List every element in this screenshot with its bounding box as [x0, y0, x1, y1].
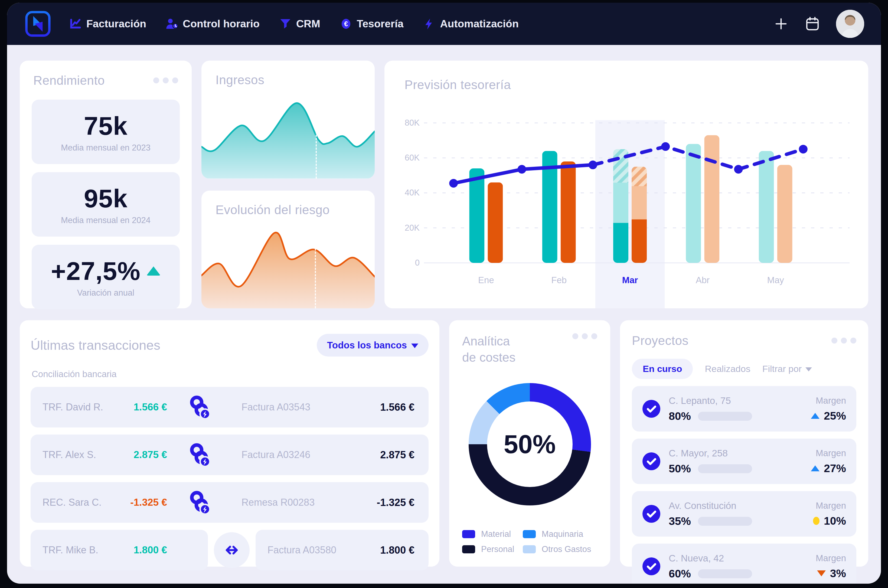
link-bolt-icon: [186, 441, 213, 468]
stat-tile: 95k Media mensual en 2024: [32, 172, 180, 237]
card-riesgo: Evolución del riesgo: [201, 190, 375, 309]
riesgo-title: Evolución del riesgo: [216, 202, 330, 217]
nav-item-label: Facturación: [86, 18, 146, 30]
stat-value: 95k: [84, 184, 128, 213]
transaction-name: TRF. Alex S.: [31, 449, 111, 460]
transaction-doc-amount: 2.875 €: [335, 449, 429, 461]
nav-item-facturacion[interactable]: Facturación: [69, 18, 146, 30]
transaction-amount: 1.566 €: [111, 402, 167, 413]
legend-item-maquinaria: Maquinaria: [523, 529, 597, 539]
match-button[interactable]: [214, 532, 250, 568]
legend-swatch: [462, 530, 475, 538]
svg-text:0: 0: [415, 258, 420, 267]
margin-value: 10%: [824, 514, 846, 527]
rendimiento-title: Rendimiento: [33, 73, 105, 88]
svg-text:Mar: Mar: [622, 275, 638, 285]
svg-text:Abr: Abr: [696, 275, 710, 285]
tab-en-curso[interactable]: En curso: [632, 359, 693, 379]
svg-text:40K: 40K: [405, 188, 420, 198]
donut-center-label: 50%: [469, 383, 591, 506]
card-tesoreria: Previsión tesorería 80K60K40K20K0EneFebM…: [384, 61, 868, 308]
swap-arrows-icon: [223, 541, 241, 559]
donut-legend: Material Maquinaria Personal Otros Gasto…: [462, 529, 597, 554]
transaction-doc-amount: 1.800 €: [361, 544, 429, 556]
link-bolt-icon: [186, 394, 213, 421]
stat-tile: +27,5% Variación anual: [32, 245, 180, 309]
transaction-row[interactable]: TRF. Alex S. 2.875 € Factura A03246 2.87…: [31, 435, 429, 475]
nav-item-automatizacion[interactable]: Automatización: [423, 18, 519, 30]
legend-item-otros-gastos: Otros Gastos: [523, 544, 597, 554]
svg-text:May: May: [767, 275, 784, 285]
margin-label: Margen: [811, 448, 846, 458]
project-progress-value: 35%: [669, 515, 691, 528]
legend-item-material: Material: [462, 529, 518, 539]
transaction-doc: Factura A03543: [242, 402, 335, 413]
transaction-doc-amount: 1.566 €: [335, 402, 429, 413]
navbar: FacturaciónControl horarioCRM€TesoreríaA…: [7, 3, 881, 45]
tesoreria-title: Previsión tesorería: [405, 77, 511, 92]
transaction-name: REC. Sara C.: [31, 497, 111, 508]
user-clock-icon: [166, 18, 178, 30]
euro-coin-icon: €: [340, 18, 352, 30]
app-window: FacturaciónControl horarioCRM€TesoreríaA…: [7, 3, 881, 584]
check-circle-icon: [642, 452, 661, 471]
check-circle-icon: [642, 557, 661, 576]
stat-value: 75k: [84, 111, 128, 141]
transaction-row[interactable]: TRF. David R. 1.566 € Factura A03543 1.5…: [31, 387, 429, 428]
more-menu-icon[interactable]: [572, 333, 597, 366]
tab-realizados[interactable]: Realizados: [705, 359, 750, 379]
project-row[interactable]: C. Mayor, 258 50% Margen 27%: [632, 439, 856, 484]
more-menu-icon[interactable]: [153, 77, 178, 83]
link-bolt-icon: [186, 489, 213, 516]
card-rendimiento: Rendimiento 75k Media mensual en 2023 95…: [20, 61, 192, 308]
chart-line-icon: [69, 18, 82, 30]
transaction-right[interactable]: Factura A03580 1.800 €: [256, 530, 429, 570]
filter-dropdown[interactable]: Filtrar por: [762, 364, 812, 374]
project-progress-value: 60%: [669, 567, 691, 580]
legend-label: Personal: [481, 544, 514, 554]
more-menu-icon[interactable]: [831, 338, 856, 344]
project-row[interactable]: C. Lepanto, 75 80% Margen 25%: [632, 386, 856, 432]
check-circle-icon: [642, 505, 661, 523]
svg-text:80K: 80K: [405, 118, 420, 128]
svg-text:20K: 20K: [405, 223, 420, 232]
card-analitica: Analítica de costes 50% Material Maquina…: [449, 320, 610, 567]
funnel-icon: [279, 18, 292, 30]
analitica-title: Analítica de costes: [462, 333, 516, 366]
project-row[interactable]: Av. Constitución 35% Margen 10%: [632, 491, 856, 537]
legend-label: Maquinaria: [542, 529, 583, 539]
nav-item-control-horario[interactable]: Control horario: [166, 18, 260, 30]
bank-filter-dropdown[interactable]: Todos los bancos: [317, 334, 429, 357]
transacciones-subtitle: Conciliación bancaria: [32, 369, 428, 379]
app-logo-icon[interactable]: [24, 10, 52, 38]
add-icon[interactable]: [773, 16, 789, 32]
check-circle-icon: [642, 400, 661, 418]
ingresos-divider: [316, 61, 317, 178]
legend-item-personal: Personal: [462, 544, 518, 554]
card-proyectos: Proyectos En cursoRealizados Filtrar por…: [620, 320, 868, 567]
project-progress-value: 80%: [669, 410, 691, 423]
project-row[interactable]: C. Nueva, 42 60% Margen 3%: [632, 544, 856, 584]
margin-up-icon: [811, 465, 819, 471]
stat-value: +27,5%: [51, 256, 160, 286]
legend-swatch: [523, 545, 536, 554]
nav-item-label: Automatización: [440, 18, 519, 30]
project-name: Av. Constitución: [669, 500, 813, 511]
transaction-row[interactable]: REC. Sara C. -1.325 € Remesa R00283 -1.3…: [31, 482, 429, 523]
nav-item-label: Control horario: [183, 18, 260, 30]
margin-value: 27%: [824, 462, 846, 475]
transacciones-title: Últimas transacciones: [31, 338, 160, 353]
project-progress-bar: [698, 517, 752, 526]
user-avatar[interactable]: [836, 10, 864, 38]
svg-text:Feb: Feb: [551, 275, 567, 285]
calendar-icon[interactable]: [805, 16, 820, 32]
nav-item-tesoreria[interactable]: €Tesorería: [340, 18, 404, 30]
margin-value: 25%: [824, 410, 846, 422]
transaction-name: TRF. Mike B.: [31, 544, 111, 556]
transaction-left[interactable]: TRF. Mike B. 1.800 €: [31, 530, 208, 570]
project-progress-bar: [698, 464, 752, 473]
nav-item-crm[interactable]: CRM: [279, 18, 320, 30]
transaction-amount: 2.875 €: [111, 449, 167, 460]
transactions-list: TRF. David R. 1.566 € Factura A03543 1.5…: [31, 387, 429, 570]
project-name: C. Lepanto, 75: [669, 395, 811, 406]
